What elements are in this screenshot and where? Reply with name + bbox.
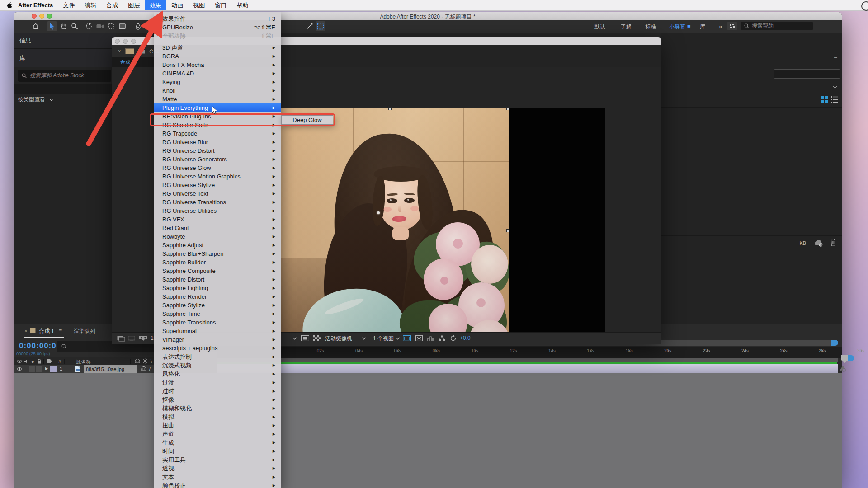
screen: Adobe After Effects 2020 - 无标题项目 *: [0, 0, 868, 488]
annotation-arrow: [0, 0, 868, 488]
mouse-cursor: [212, 106, 218, 115]
